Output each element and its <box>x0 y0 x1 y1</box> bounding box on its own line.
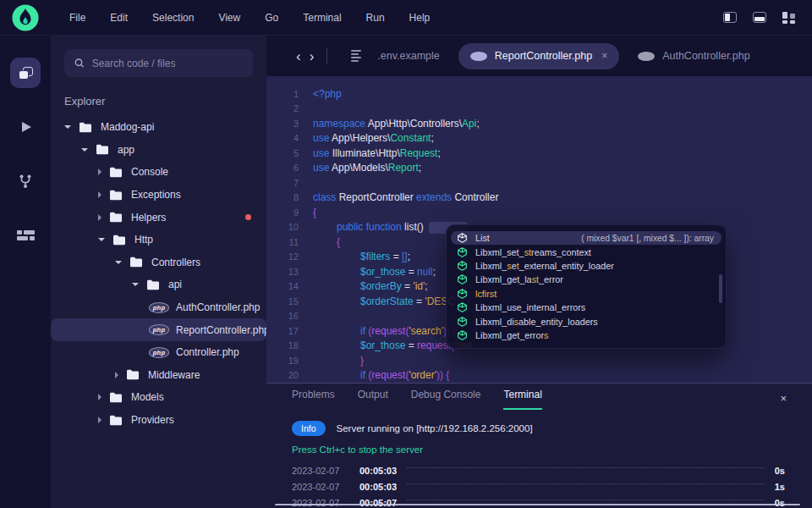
layout-panel-icon[interactable] <box>753 12 766 23</box>
tree-folder-models[interactable]: Models <box>51 386 266 409</box>
menu-item-view[interactable]: View <box>218 12 240 24</box>
chevron-right-icon[interactable] <box>115 372 118 378</box>
chevron-right-icon[interactable] <box>98 417 102 423</box>
app-logo[interactable] <box>0 3 51 32</box>
code-line-6[interactable]: 6use App\Models\Report; <box>266 161 812 176</box>
code-line-4[interactable]: 4use App\Helpers\Constant; <box>266 131 812 146</box>
activity-run-button[interactable] <box>10 112 41 142</box>
code-text: use App\Helpers\Constant; <box>313 132 434 144</box>
popup-scrollbar[interactable] <box>719 274 722 303</box>
autocomplete-item-8[interactable]: Libxml_get_errors <box>447 329 726 342</box>
line-number: 3 <box>266 119 299 129</box>
editor-tab-1[interactable]: .env.example <box>339 43 451 69</box>
code-line-7[interactable]: 7 <box>266 175 812 190</box>
panel-tab-debug-console[interactable]: Debug Console <box>411 389 481 410</box>
tree-file-reportcontroller.php[interactable]: phpReportController.php <box>51 318 266 341</box>
activity-source-control-button[interactable] <box>10 166 41 196</box>
tree-folder-exceptions[interactable]: Exceptions <box>51 184 266 207</box>
autocomplete-item-2[interactable]: Libxml_set_streams_context <box>447 245 726 258</box>
autocomplete-popup: List( mixed $var1 [, mixed $... ]): arra… <box>446 224 727 349</box>
tree-item-label: Helpers <box>131 212 166 224</box>
tree-folder-maddog-api[interactable]: Maddog-api <box>51 116 266 139</box>
chevron-down-icon[interactable] <box>98 238 105 241</box>
log-date: 2023-02-07 <box>292 466 353 476</box>
tree-file-authcontroller.php[interactable]: phpAuthController.php <box>51 296 266 319</box>
autocomplete-item-5[interactable]: lcfirst <box>447 287 726 301</box>
menu-item-help[interactable]: Help <box>409 12 431 24</box>
nav-forward-button[interactable]: › <box>305 49 319 64</box>
tree-item-label: Controllers <box>151 257 200 268</box>
chevron-down-icon[interactable] <box>64 125 71 129</box>
terminal-log-list: 2023-02-0700:05:030s2023-02-0700:05:031s… <box>292 462 812 508</box>
tree-item-label: Console <box>131 166 168 178</box>
tree-item-label: ReportController.php <box>176 324 270 336</box>
menu-item-selection[interactable]: Selection <box>152 12 194 24</box>
layout-sidebar-icon[interactable] <box>723 12 737 23</box>
code-line-5[interactable]: 5use Illuminate\Http\Request; <box>266 146 812 161</box>
autocomplete-item-1[interactable]: List( mixed $var1 [, mixed $... ]): arra… <box>451 231 721 245</box>
panel-tab-problems[interactable]: Problems <box>292 389 335 410</box>
panel-tab-output[interactable]: Output <box>358 389 388 410</box>
tree-folder-providers[interactable]: Providers <box>51 409 266 432</box>
chevron-down-icon[interactable] <box>115 261 122 264</box>
chevron-down-icon[interactable] <box>81 148 88 152</box>
activity-extensions-button[interactable] <box>10 220 41 251</box>
tree-item-label: app <box>118 144 134 156</box>
terminal-log-row: 2023-02-0700:05:031s <box>292 478 785 494</box>
activity-files-button[interactable] <box>10 58 41 88</box>
search-input[interactable] <box>92 58 243 69</box>
chevron-right-icon[interactable] <box>98 191 102 198</box>
autocomplete-item-4[interactable]: Libxml_get_last_error <box>447 273 726 286</box>
nav-back-button[interactable]: ‹ <box>292 49 305 64</box>
menu-item-file[interactable]: File <box>69 12 85 24</box>
editor-tab-3[interactable]: AuthController.php <box>626 43 762 69</box>
menu-item-edit[interactable]: Edit <box>110 12 128 24</box>
autocomplete-item-7[interactable]: Libxml_disable_entity_loaders <box>447 314 726 328</box>
code-line-8[interactable]: 8class ReportController extends Controll… <box>266 190 812 206</box>
tab-close-icon[interactable]: × <box>601 50 607 62</box>
tree-folder-app[interactable]: app <box>51 139 266 162</box>
code-line-3[interactable]: 3namespace App\Http\Controllers\Api; <box>266 116 812 131</box>
menu-item-run[interactable]: Run <box>366 12 385 24</box>
folder-icon <box>129 257 143 268</box>
panel-tab-terminal[interactable]: Terminal <box>503 389 541 410</box>
php-file-icon: php <box>149 347 169 358</box>
code-line-19[interactable]: 19} <box>266 353 812 368</box>
code-text: $filters = []; <box>360 251 410 262</box>
tree-item-label: Models <box>131 391 164 403</box>
code-line-2[interactable]: 2 <box>266 102 812 117</box>
tree-file-controller.php[interactable]: phpController.php <box>51 341 266 364</box>
code-line-1[interactable]: 1<?php <box>266 86 812 102</box>
folder-icon <box>79 122 92 133</box>
code-line-9[interactable]: 9{ <box>266 205 812 220</box>
autocomplete-item-3[interactable]: Libxml_set_external_entity_loader <box>447 259 726 273</box>
chevron-down-icon[interactable] <box>132 283 139 286</box>
editor-tab-2[interactable]: ReportController.php× <box>458 43 619 69</box>
layout-grid-icon[interactable] <box>782 12 795 24</box>
code-text: $orderBy = 'id'; <box>360 280 428 292</box>
code-line-20[interactable]: 20if (request('order')) { <box>266 368 812 384</box>
tree-folder-console[interactable]: Console <box>51 161 266 184</box>
code-text: namespace App\Http\Controllers\Api; <box>313 118 480 130</box>
chevron-right-icon[interactable] <box>98 394 102 400</box>
horizontal-scrollbar[interactable] <box>275 504 800 506</box>
function-cube-icon <box>458 247 467 257</box>
tree-folder-helpers[interactable]: Helpers <box>51 206 266 229</box>
autocomplete-item-6[interactable]: Libxml_use_internal_errors <box>447 301 726 314</box>
tree-folder-controllers[interactable]: Controllers <box>51 251 266 274</box>
code-editor[interactable]: 1<?php23namespace App\Http\Controllers\A… <box>266 76 812 383</box>
log-duration: 0s <box>775 498 785 508</box>
menu-item-terminal[interactable]: Terminal <box>303 12 341 24</box>
folder-icon <box>146 279 160 290</box>
chevron-right-icon[interactable] <box>98 214 102 221</box>
tree-folder-api[interactable]: api <box>51 273 266 296</box>
function-cube-icon <box>458 233 467 243</box>
panel-close-icon[interactable]: × <box>780 392 787 405</box>
menu-item-go[interactable]: Go <box>265 12 278 24</box>
tree-item-label: Controller.php <box>176 346 239 358</box>
tree-folder-middleware[interactable]: Middleware <box>51 364 266 387</box>
tree-folder-http[interactable]: Http <box>51 229 266 251</box>
sidebar: Explorer Maddog-apiappConsoleExceptionsH… <box>51 36 266 508</box>
search-box[interactable] <box>64 49 253 77</box>
chevron-right-icon[interactable] <box>98 168 102 175</box>
